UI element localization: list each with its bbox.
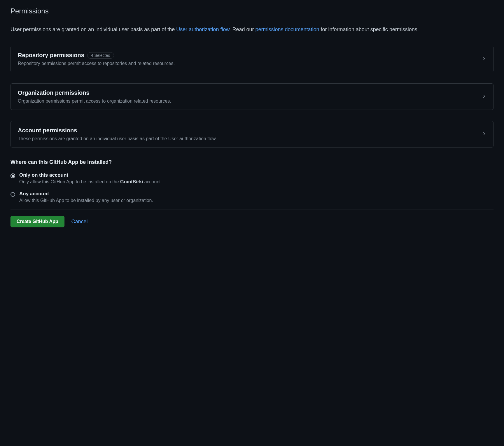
permissions-description: User permissions are granted on an indiv… <box>10 25 494 34</box>
any-account-radio[interactable] <box>10 192 15 197</box>
install-location-heading: Where can this GitHub App be installed? <box>10 159 494 165</box>
repository-permissions-badge: 4 Selected <box>87 52 114 59</box>
account-permissions-desc: These permissions are granted on an indi… <box>18 136 478 141</box>
organization-permissions-card[interactable]: Organization permissions Organization pe… <box>10 83 494 110</box>
account-name: GrantBirki <box>120 179 143 184</box>
description-text: for information about specific permissio… <box>319 27 419 32</box>
organization-permissions-desc: Organization permissions permit access t… <box>18 99 478 104</box>
account-permissions-card[interactable]: Account permissions These permissions ar… <box>10 121 494 148</box>
organization-permissions-title: Organization permissions <box>18 89 90 96</box>
any-account-desc: Allow this GitHub App to be installed by… <box>19 198 494 203</box>
chevron-right-icon <box>482 56 486 62</box>
only-this-account-radio[interactable] <box>10 173 15 178</box>
permissions-documentation-link[interactable]: permissions documentation <box>255 27 319 32</box>
any-account-option[interactable]: Any account Allow this GitHub App to be … <box>10 191 494 203</box>
only-this-account-label: Only on this account <box>19 172 494 178</box>
only-this-account-desc: Only allow this GitHub App to be install… <box>19 179 494 185</box>
account-permissions-title: Account permissions <box>18 127 77 134</box>
user-authorization-flow-link[interactable]: User authorization flow <box>176 27 229 32</box>
permissions-heading: Permissions <box>10 7 494 19</box>
description-text: . Read our <box>229 27 255 32</box>
description-text: User permissions are granted on an indiv… <box>10 27 176 32</box>
cancel-link[interactable]: Cancel <box>71 219 88 225</box>
create-github-app-button[interactable]: Create GitHub App <box>10 216 64 227</box>
only-this-account-option[interactable]: Only on this account Only allow this Git… <box>10 172 494 185</box>
repository-permissions-title: Repository permissions <box>18 52 84 59</box>
chevron-right-icon <box>482 94 486 99</box>
any-account-label: Any account <box>19 191 494 197</box>
chevron-right-icon <box>482 131 486 137</box>
repository-permissions-desc: Repository permissions permit access to … <box>18 61 478 66</box>
repository-permissions-card[interactable]: Repository permissions 4 Selected Reposi… <box>10 46 494 72</box>
